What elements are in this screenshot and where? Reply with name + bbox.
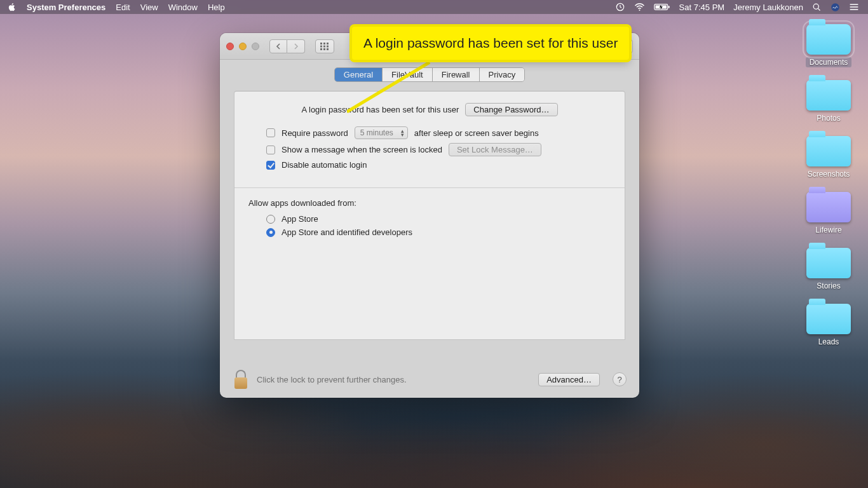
forward-button[interactable]	[287, 39, 305, 53]
tab-firewall[interactable]: Firewall	[433, 68, 480, 81]
disable-auto-login-checkbox[interactable]	[266, 161, 275, 170]
svg-point-5	[813, 4, 818, 9]
security-privacy-window: Security & Privacy General FileVault Fir…	[220, 33, 639, 398]
battery-icon[interactable]	[654, 3, 670, 11]
menu-view[interactable]: View	[140, 3, 158, 12]
password-status-text: A login password has been set for this u…	[301, 105, 459, 114]
require-password-suffix: after sleep or screen saver begins	[414, 128, 539, 138]
allow-apps-appstore-label: App Store	[281, 214, 318, 224]
menu-clock[interactable]: Sat 7:45 PM	[679, 3, 725, 12]
wifi-icon[interactable]	[634, 3, 645, 11]
svg-rect-15	[327, 48, 329, 50]
svg-rect-7	[320, 43, 322, 44]
set-lock-message-button[interactable]: Set Lock Message…	[449, 143, 541, 156]
svg-rect-9	[327, 43, 329, 44]
svg-rect-12	[327, 45, 329, 47]
minimize-window-button[interactable]	[239, 43, 247, 50]
require-password-delay-select[interactable]: 5 minutes ▴▾	[355, 126, 408, 139]
menu-window[interactable]: Window	[168, 3, 198, 12]
show-message-label: Show a message when the screen is locked	[281, 145, 442, 154]
require-password-checkbox[interactable]	[266, 128, 275, 137]
svg-rect-8	[323, 43, 325, 44]
notification-center-icon[interactable]	[849, 3, 859, 11]
allow-apps-label: Allow apps downloaded from:	[248, 198, 356, 208]
window-footer: Click the lock to prevent further change…	[220, 361, 639, 398]
tabs: General FileVault Firewall Privacy	[334, 67, 525, 82]
menu-help[interactable]: Help	[208, 3, 225, 12]
close-window-button[interactable]	[226, 43, 234, 50]
menu-edit[interactable]: Edit	[116, 3, 130, 12]
help-button[interactable]: ?	[613, 372, 627, 386]
apple-menu[interactable]	[8, 3, 17, 11]
annotation-callout: A login password has been set for this u…	[352, 27, 629, 60]
siri-icon[interactable]	[831, 3, 840, 12]
menu-user[interactable]: Jeremy Laukkonen	[733, 3, 803, 12]
back-button[interactable]	[269, 39, 287, 53]
advanced-button[interactable]: Advanced…	[538, 373, 600, 386]
svg-rect-10	[320, 45, 322, 47]
disable-auto-login-label: Disable automatic login	[281, 160, 367, 170]
svg-rect-11	[323, 45, 325, 47]
allow-apps-identified-label: App Store and identified developers	[281, 227, 412, 237]
svg-point-6	[831, 3, 839, 11]
timemachine-icon[interactable]	[615, 2, 625, 12]
lock-hint: Click the lock to prevent further change…	[257, 375, 407, 384]
svg-point-1	[639, 10, 640, 11]
svg-rect-13	[320, 48, 322, 50]
general-pane: A login password has been set for this u…	[234, 91, 625, 340]
zoom-window-button[interactable]	[252, 43, 259, 50]
spotlight-icon[interactable]	[812, 3, 822, 12]
show-all-button[interactable]	[315, 39, 334, 53]
svg-rect-14	[323, 48, 325, 50]
app-menu[interactable]: System Preferences	[27, 3, 105, 12]
lock-icon[interactable]	[233, 370, 249, 389]
change-password-button[interactable]: Change Password…	[465, 103, 557, 116]
divider	[234, 187, 625, 188]
tab-general[interactable]: General	[335, 68, 383, 81]
show-message-checkbox[interactable]	[266, 146, 275, 154]
svg-rect-3	[668, 6, 669, 8]
menu-bar: System Preferences Edit View Window Help…	[0, 0, 868, 14]
tab-privacy[interactable]: Privacy	[480, 68, 525, 81]
require-password-label: Require password	[281, 128, 348, 138]
allow-apps-identified-radio[interactable]	[266, 228, 275, 237]
tab-filevault[interactable]: FileVault	[383, 68, 433, 81]
allow-apps-appstore-radio[interactable]	[266, 215, 275, 224]
